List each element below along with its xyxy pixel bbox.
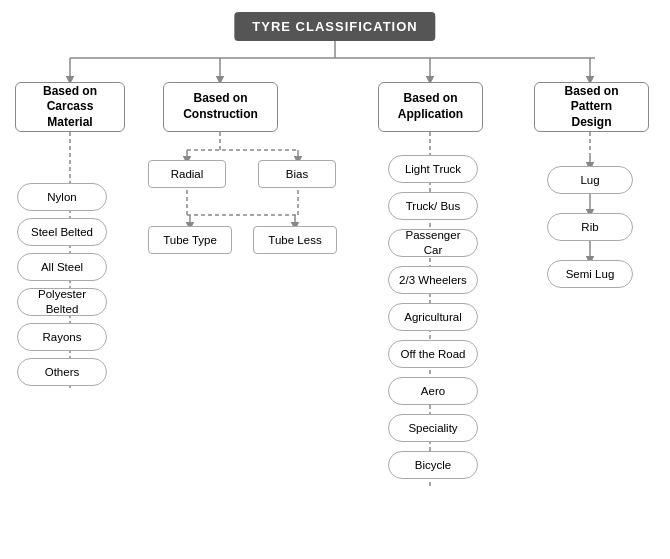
- category-carcass: Based on Carcass Material: [15, 82, 125, 132]
- pattern-item-lug: Lug: [547, 166, 633, 194]
- carcass-item-others: Others: [17, 358, 107, 386]
- root-node: TYRE CLASSIFICATION: [234, 12, 435, 41]
- app-item-offroad: Off the Road: [388, 340, 478, 368]
- carcass-item-allsteel: All Steel: [17, 253, 107, 281]
- app-item-23wheelers: 2/3 Wheelers: [388, 266, 478, 294]
- subcat-bias: Bias: [258, 160, 336, 188]
- pattern-item-semilug: Semi Lug: [547, 260, 633, 288]
- carcass-item-nylon: Nylon: [17, 183, 107, 211]
- carcass-item-rayons: Rayons: [17, 323, 107, 351]
- category-pattern: Based on Pattern Design: [534, 82, 649, 132]
- app-item-truckbus: Truck/ Bus: [388, 192, 478, 220]
- subcat-radial: Radial: [148, 160, 226, 188]
- pattern-item-rib: Rib: [547, 213, 633, 241]
- app-item-speciality: Speciality: [388, 414, 478, 442]
- app-item-agricultural: Agricultural: [388, 303, 478, 331]
- carcass-item-polyester: Polyester Belted: [17, 288, 107, 316]
- diagram: TYRE CLASSIFICATION Based on Carcass Mat…: [0, 0, 670, 559]
- app-item-aero: Aero: [388, 377, 478, 405]
- subcat-tubetype: Tube Type: [148, 226, 232, 254]
- subcat-tubeless: Tube Less: [253, 226, 337, 254]
- app-item-bicycle: Bicycle: [388, 451, 478, 479]
- carcass-item-steelbelted: Steel Belted: [17, 218, 107, 246]
- category-application: Based on Application: [378, 82, 483, 132]
- app-item-passengercar: Passenger Car: [388, 229, 478, 257]
- category-construction: Based on Construction: [163, 82, 278, 132]
- app-item-lighttruck: Light Truck: [388, 155, 478, 183]
